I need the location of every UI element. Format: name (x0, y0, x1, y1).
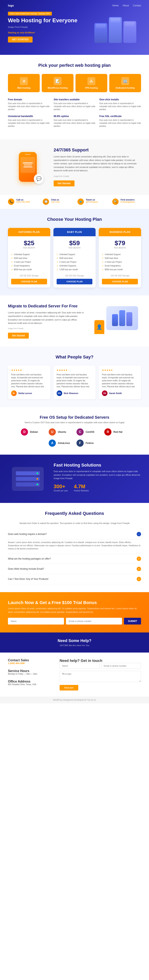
stat-websites-label: Hosted Websites (74, 490, 89, 492)
plan-hatching-btn[interactable]: CHOOSE PLAN (11, 279, 47, 284)
debian-label: Debian (30, 431, 38, 433)
avatar-1: SL (11, 390, 17, 396)
tweet-label: Tweet us (86, 199, 98, 201)
call-icon: 📞 (8, 199, 14, 205)
footer-copyright: WordPress Designed & Developed for You b… (53, 699, 96, 701)
footer-bottom: WordPress Designed & Developed for You b… (0, 697, 149, 703)
feature-free-domain: Free domain Duis aute irure dolor in rep… (8, 98, 50, 111)
logo: logo (8, 4, 14, 7)
stat-growth-number: 300+ (54, 484, 68, 490)
faq-answer-container-1: Answer: Lorem ipsum dolor sit amet, cons… (8, 539, 141, 554)
pick-plan-title: Pick your perfect web hosting plan (8, 63, 141, 68)
testimonial-3: ★★★★★ Proin sed libero enim sed faucibus… (99, 366, 141, 399)
hero-cta-button[interactable]: GET STARTED (8, 37, 33, 43)
hosting-card-web-label: Web hosting (10, 87, 38, 89)
migrate-caption: Image from Freepik (8, 327, 86, 330)
tweet-value[interactable]: @ProSupport (86, 201, 98, 203)
os-almalinux[interactable]: A AlmaLinux (49, 439, 73, 447)
cta-name-input[interactable] (8, 618, 64, 625)
faq-item-1[interactable]: Does web hosting require a domain? − (8, 529, 141, 539)
contact-sales-phone[interactable]: 1 (000) 456-1890 (8, 662, 52, 665)
testimonials-section: What People Say? ★★★★★ Proin sed libero … (0, 347, 149, 407)
cta-submit-button[interactable]: SUBMIT (124, 618, 141, 625)
plan-baby-features: Unlimited Support 5GB hard drive 2 Users… (54, 251, 96, 275)
stat-growth: 300+ Growth per year (54, 484, 68, 492)
feature-item: 5GB hard drive (57, 256, 93, 260)
os-centos[interactable]: C CentOS (76, 428, 100, 436)
stat-growth-label: Growth per year (54, 490, 68, 492)
plan-hatching-header: HATCHING PLAN (8, 228, 50, 236)
hosting-card-vps[interactable]: 🖧 VPS hosting (76, 74, 107, 92)
nav-links: Home About Contact (112, 4, 141, 7)
migrate-cta-button[interactable]: Get Started (8, 332, 29, 339)
faq-section: Frequently Asked Questions Sample text O… (0, 503, 149, 592)
support-description: Lorem ipsum dolor sit amet consectetur a… (54, 155, 141, 172)
plans-title: Choose Your Hosting Plan (8, 217, 141, 222)
os-title: Free OS Setup for Dedicated Servers (8, 415, 141, 420)
os-section: Free OS Setup for Dedicated Servers Need… (0, 407, 149, 455)
nav-about[interactable]: About (122, 4, 129, 7)
contact-send-button[interactable]: Find me! (60, 685, 78, 690)
os-debian[interactable]: D Debian (21, 428, 45, 436)
support-illustration: 💬 (8, 152, 48, 182)
plan-card-business: BUSINESS PLAN $79 PER MONTH Unlimited Su… (99, 228, 141, 288)
faq-toggle-4[interactable]: + (137, 577, 141, 581)
plan-baby-btn[interactable]: CHOOSE PLAN (57, 279, 93, 284)
plan-hatching-storage: 100 GB SSD Storage (8, 275, 50, 279)
plan-business-storage: 100 GB SSD Storage (99, 275, 141, 279)
testimonial-text-1: Proin sed libero enim sed faucibus turpi… (11, 373, 47, 388)
faq-toggle-2[interactable]: + (137, 557, 141, 561)
testimonial-1: ★★★★★ Proin sed libero enim sed faucibus… (8, 366, 50, 399)
stars-2: ★★★★★ (57, 369, 93, 372)
support-cta-button[interactable]: Get Started (54, 180, 74, 186)
contact-email-input[interactable] (101, 663, 141, 669)
hero-subtitle: Image From Freepik (8, 26, 86, 28)
vps-hosting-icon: 🖧 (87, 77, 95, 85)
migrate-description: Lorem ipsum dolor sit amet, consectetur … (8, 311, 86, 325)
stat-websites-number: 4.7M (74, 484, 89, 490)
contact-name-input[interactable] (60, 663, 100, 669)
chat-value[interactable]: Live Chat (51, 201, 59, 203)
feature-bandwidth: Unmetered bandwidth Duis aute irure dolo… (8, 115, 50, 127)
faq-item-4[interactable]: Can I Test Drive 'Any of Your Products' … (8, 574, 141, 584)
fast-hosting-description: Duis aute irure dolor in reprehenderit i… (54, 470, 141, 480)
faq-toggle-1[interactable]: − (137, 532, 141, 536)
support-title: 24/7/365 Support (54, 148, 141, 153)
plan-card-baby: BABY PLAN $59 PER MONTH Unlimited Suppor… (54, 228, 96, 288)
feature-item: Unlimited Support (11, 253, 47, 256)
nav-contact[interactable]: Contact (133, 4, 141, 7)
faq-toggle-3[interactable]: + (137, 567, 141, 571)
faq-item-2[interactable]: What are the hosting packages on offer? … (8, 554, 141, 564)
faq-item-3[interactable]: Does Web Hosting Include Email? + (8, 564, 141, 574)
feature-ssl: Free SSL certificate Duis aute irure dol… (99, 115, 141, 127)
help-subtitle: 24/7/365 We Are Here For You (8, 644, 141, 647)
migrate-section: Migrate to Dedicated Server For Free Lor… (0, 296, 149, 347)
feature-item: Unlimited Support (102, 253, 138, 256)
faq-question-2: What are the hosting packages on offer? (8, 557, 51, 560)
author-name-2: Nick Shannon (64, 392, 78, 395)
feature-item: 1,000 loss per month (57, 268, 93, 271)
testimonials-grid: ★★★★★ Proin sed libero enim sed faucibus… (8, 366, 141, 399)
plan-hatching-price: $25 PER MONTH (8, 236, 50, 251)
features-grid: Free domain Duis aute irure dolor in rep… (8, 98, 141, 127)
answers-value[interactable]: Knowledgebase (120, 201, 135, 203)
call-value: (555) 456-1890 (16, 201, 30, 203)
os-ubuntu[interactable]: U Ubuntu (49, 428, 73, 436)
cta-email-input[interactable] (66, 618, 122, 625)
ubuntu-icon: U (49, 428, 56, 436)
os-redhat[interactable]: R Red Hat (104, 428, 128, 436)
support-section: 💬 24/7/365 Support Lorem ipsum dolor sit… (0, 140, 149, 194)
testimonial-text-3: Proin sed libero enim sed faucibus turpi… (102, 373, 138, 388)
contact-message-input[interactable] (60, 671, 141, 682)
nav-home[interactable]: Home (112, 4, 119, 7)
os-fedora[interactable]: F Fedora (76, 439, 100, 447)
hosting-card-dedicated[interactable]: 🏢 Dedicated hosting (109, 74, 141, 92)
feature-item: Unlimited Supports (57, 264, 93, 268)
plan-business-btn[interactable]: CHOOSE PLAN (102, 279, 138, 284)
avatar-3: SS (102, 390, 108, 396)
contact-answers: 🔍 Find answers Knowledgebase (112, 199, 141, 205)
feature-item: $500 loss per month (102, 268, 138, 271)
hosting-card-wordpress[interactable]: 📝 WordPress hosting (42, 74, 73, 92)
hosting-card-web[interactable]: 🖥 Web hosting (8, 74, 40, 92)
feature-item: Email Integrations (11, 264, 47, 268)
